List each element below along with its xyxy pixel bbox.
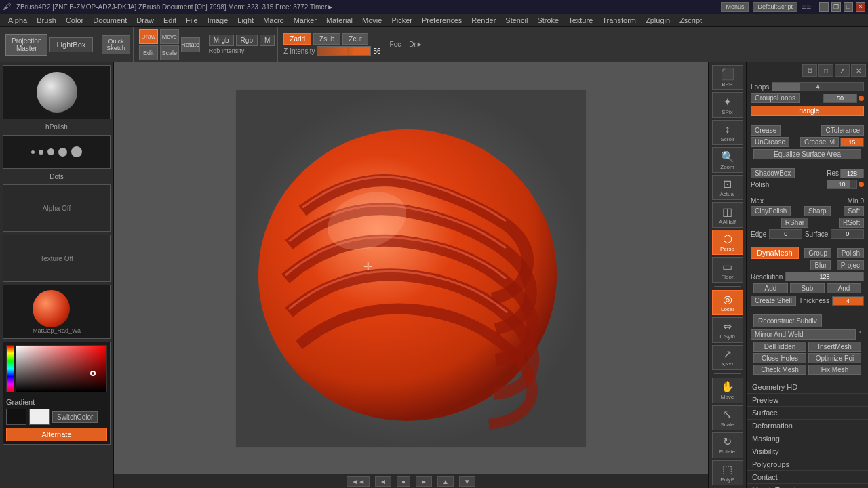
rotate-mode-btn[interactable]: Rotate xyxy=(181,37,200,52)
lsym-btn[interactable]: ⇔ L.Sym xyxy=(712,317,743,342)
menu-zplugin[interactable]: Zplugin xyxy=(642,15,674,26)
menu-marker[interactable]: Marker xyxy=(290,15,321,26)
claypolish-btn[interactable]: ClayPolish xyxy=(751,206,791,216)
reconstruct-subdiv-btn[interactable]: Reconstruct Subdiv xyxy=(753,314,822,327)
local-btn[interactable]: ◎ Local xyxy=(712,290,743,315)
close-holes-btn[interactable]: Close Holes xyxy=(753,353,806,363)
contact-item[interactable]: Contact xyxy=(747,471,868,484)
brush-preview[interactable] xyxy=(3,65,111,119)
check-mesh-btn[interactable]: Check Mesh xyxy=(753,365,806,375)
insert-mesh-btn[interactable]: InsertMesh xyxy=(808,342,861,352)
menu-movie[interactable]: Movie xyxy=(358,15,386,26)
move-mode-btn[interactable]: Move xyxy=(160,29,179,44)
creaselv-slider[interactable]: 15 xyxy=(840,138,864,147)
crease-btn[interactable]: Crease xyxy=(751,125,781,136)
quick-sketch-btn[interactable]: QuickSketch xyxy=(102,35,130,54)
menu-color[interactable]: Color xyxy=(62,15,87,26)
triangle-btn[interactable]: Triangle xyxy=(751,106,864,116)
actual-btn[interactable]: ⊡ Actual xyxy=(712,175,743,200)
rgb-btn[interactable]: Rgb xyxy=(236,35,258,46)
and-btn[interactable]: And xyxy=(827,283,861,293)
canvas-record-btn[interactable]: ● xyxy=(397,476,410,487)
group-btn[interactable]: Group xyxy=(804,248,831,258)
dots-preview[interactable] xyxy=(3,135,111,169)
uncrease-btn[interactable]: UnCrease xyxy=(751,137,789,147)
zsub-btn[interactable]: Zsub xyxy=(313,33,340,45)
texture-preview[interactable]: Texture Off xyxy=(3,235,111,282)
ctolerance-btn[interactable]: CTolerance xyxy=(821,125,864,136)
edge-slider[interactable]: 0 xyxy=(769,229,802,239)
projection-master-btn[interactable]: Projection Master xyxy=(5,34,47,56)
polygroups-item[interactable]: Polygroups xyxy=(747,458,868,471)
polish-slider[interactable]: 50 xyxy=(823,94,857,103)
menu-preferences[interactable]: Preferences xyxy=(418,15,466,26)
color-picker[interactable]: Gradient SwitchColor Alternate xyxy=(3,342,111,445)
aahalf-btn[interactable]: ◫ AAHalf xyxy=(712,202,743,227)
canvas-down-btn[interactable]: ▼ xyxy=(459,476,475,487)
deformation-item[interactable]: Deformation xyxy=(747,420,868,432)
canvas-rewind-btn[interactable]: ◄◄ xyxy=(347,476,370,487)
menu-file[interactable]: File xyxy=(182,15,202,26)
restore-btn[interactable]: ❐ xyxy=(831,2,841,12)
dyn-polish-btn[interactable]: Polish xyxy=(837,248,864,258)
res-slider[interactable]: 128 xyxy=(840,169,864,178)
menus-btn[interactable]: Menus xyxy=(721,2,749,12)
mrgb-btn[interactable]: Mrgb xyxy=(209,35,234,46)
lightbox-btn[interactable]: LightBox xyxy=(49,37,93,52)
menu-material[interactable]: Material xyxy=(322,15,357,26)
color-square[interactable] xyxy=(16,345,107,392)
soft-btn[interactable]: Soft xyxy=(844,206,864,216)
rsoft-btn[interactable]: RSoft xyxy=(839,218,864,228)
alternate-btn[interactable]: Alternate xyxy=(6,428,107,441)
loops-slider[interactable]: 4 xyxy=(772,82,864,92)
move-cam-btn[interactable]: ✋ Move xyxy=(712,378,743,403)
project-btn[interactable]: Projec xyxy=(837,260,864,270)
hue-vertical-bar[interactable] xyxy=(6,345,14,392)
menu-zscript[interactable]: Zscript xyxy=(675,15,706,26)
menu-document[interactable]: Document xyxy=(89,15,131,26)
mirror-weld-btn[interactable]: Mirror And Weld xyxy=(751,329,856,340)
del-hidden-btn[interactable]: DelHidden xyxy=(753,342,806,352)
visibility-item[interactable]: Visibility xyxy=(747,445,868,458)
floor-btn[interactable]: ▭ Floor xyxy=(712,257,743,282)
menu-render[interactable]: Render xyxy=(467,15,500,26)
menu-texture[interactable]: Texture xyxy=(564,15,597,26)
menu-stencil[interactable]: Stencil xyxy=(501,15,532,26)
sharp-btn[interactable]: Sharp xyxy=(804,206,831,216)
menu-transform[interactable]: Transform xyxy=(598,15,640,26)
optimize-poi-btn[interactable]: Optimize Poi xyxy=(808,353,861,363)
sub-btn[interactable]: Sub xyxy=(790,283,825,293)
focal-btn[interactable]: Foc xyxy=(387,41,404,48)
shadowbox-btn[interactable]: ShadowBox xyxy=(751,168,795,178)
scale-cam-btn[interactable]: ⤡ Scale xyxy=(712,405,743,430)
preview-item[interactable]: Preview xyxy=(747,394,868,407)
menu-draw[interactable]: Draw xyxy=(132,15,158,26)
close-btn[interactable]: ✕ xyxy=(856,2,865,12)
fix-mesh-btn[interactable]: Fix Mesh xyxy=(808,365,861,375)
rshar-btn[interactable]: RShar xyxy=(781,218,808,228)
menu-stroke[interactable]: Stroke xyxy=(533,15,563,26)
menu-picker[interactable]: Picker xyxy=(387,15,416,26)
menu-macro[interactable]: Macro xyxy=(259,15,288,26)
scroll-btn[interactable]: ↕ Scroll xyxy=(712,120,743,145)
menu-light[interactable]: Light xyxy=(233,15,258,26)
menu-brush[interactable]: Brush xyxy=(33,15,60,26)
morph-target-item[interactable]: Morph Target xyxy=(747,484,868,488)
persp-btn[interactable]: ⬡ Persp xyxy=(712,230,743,255)
canvas-back-btn[interactable]: ◄ xyxy=(375,476,391,487)
surface-item[interactable]: Surface xyxy=(747,407,868,420)
create-shell-btn[interactable]: Create Shell xyxy=(751,296,796,306)
polyf-btn[interactable]: ⬚ PolyF xyxy=(712,460,743,485)
canvas-play-btn[interactable]: ► xyxy=(416,476,432,487)
fr-square-icon[interactable]: □ xyxy=(818,64,833,77)
dynamesh-btn[interactable]: DynaMesh xyxy=(751,247,799,259)
maximize-btn[interactable]: □ xyxy=(844,2,853,12)
zoom-btn[interactable]: 🔍 Zoom xyxy=(712,147,743,172)
surface-slider[interactable]: 0 xyxy=(831,229,864,239)
alpha-preview[interactable]: Alpha Off xyxy=(3,184,111,232)
minimize-btn[interactable]: — xyxy=(819,2,829,12)
canvas-area[interactable]: ✛ ◄◄ ◄ ● ► ▲ ▼ xyxy=(114,62,708,488)
draw-btn[interactable]: Draw xyxy=(139,29,158,44)
zcut-btn[interactable]: Zcut xyxy=(342,33,368,45)
matcap-preview[interactable]: MatCap_Rad_Wa xyxy=(3,285,111,339)
